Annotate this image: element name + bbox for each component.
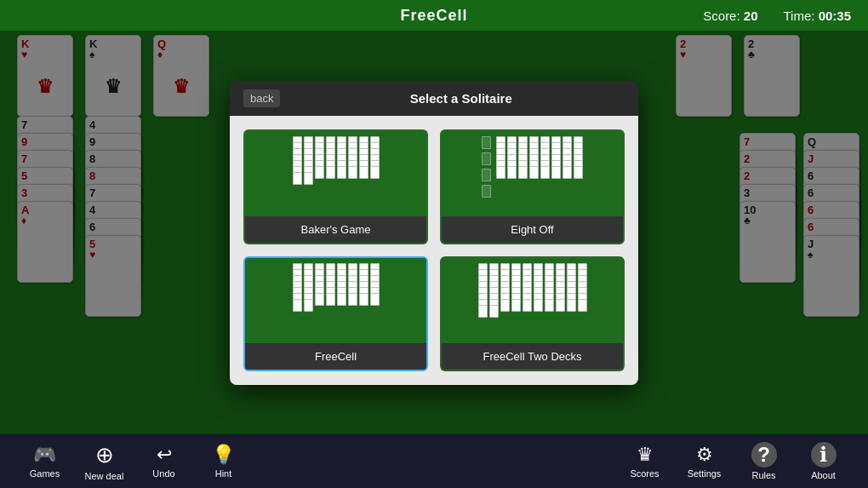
freecell-two-decks-preview — [442, 258, 623, 343]
settings-button[interactable]: ⚙ Settings — [677, 437, 732, 486]
about-label: About — [811, 470, 836, 480]
about-button[interactable]: ℹ About — [796, 437, 851, 486]
eight-off-preview — [442, 131, 623, 216]
settings-label: Settings — [688, 468, 722, 479]
rules-icon: ? — [751, 442, 777, 468]
select-solitaire-modal: back Select a Solitaire — [230, 81, 638, 385]
score-area: Score: 20 Time: 00:35 — [703, 9, 851, 23]
freecell-two-decks-label: FreeCell Two Decks — [442, 343, 623, 370]
undo-button[interactable]: ↩ Undo — [136, 437, 191, 486]
rules-label: Rules — [751, 470, 775, 480]
undo-label: Undo — [152, 468, 174, 479]
header: FreeCell Score: 20 Time: 00:35 — [0, 0, 868, 31]
bakers-game-label: Baker's Game — [245, 216, 426, 243]
modal-header: back Select a Solitaire — [230, 81, 638, 116]
back-button[interactable]: back — [243, 89, 280, 107]
app-title: FreeCell — [400, 7, 467, 25]
games-icon: 🎮 — [33, 444, 56, 466]
scores-label: Scores — [630, 468, 659, 479]
new-deal-label: New deal — [85, 471, 124, 481]
time-display: Time: 00:35 — [784, 9, 852, 23]
eight-off-option[interactable]: Eight Off — [440, 129, 625, 244]
toolbar-right: ♛ Scores ⚙ Settings ? Rules ℹ About — [617, 437, 851, 486]
new-deal-icon: ⊕ — [95, 442, 114, 468]
settings-icon: ⚙ — [696, 444, 713, 466]
hint-button[interactable]: 💡 Hint — [196, 437, 251, 486]
freecell-label: FreeCell — [245, 343, 426, 370]
scores-icon: ♛ — [637, 444, 654, 466]
hint-label: Hint — [215, 468, 232, 479]
hint-icon: 💡 — [212, 444, 235, 466]
undo-icon: ↩ — [157, 444, 172, 466]
freecell-option[interactable]: FreeCell — [243, 256, 428, 371]
freecell-two-decks-option[interactable]: FreeCell Two Decks — [440, 256, 625, 371]
games-button[interactable]: 🎮 Games — [17, 437, 72, 486]
bakers-game-option[interactable]: Baker's Game — [243, 129, 428, 244]
games-label: Games — [30, 468, 60, 479]
score-display: Score: 20 — [703, 9, 757, 23]
modal-body: Baker's Game — [230, 116, 638, 385]
about-icon: ℹ — [811, 442, 837, 468]
toolbar: 🎮 Games ⊕ New deal ↩ Undo 💡 Hint ♛ Score… — [0, 434, 868, 488]
eight-off-label: Eight Off — [442, 216, 623, 243]
new-deal-button[interactable]: ⊕ New deal — [77, 437, 132, 486]
modal-title: Select a Solitaire — [297, 91, 625, 106]
freecell-preview — [245, 258, 426, 343]
bakers-game-preview — [245, 131, 426, 216]
scores-button[interactable]: ♛ Scores — [617, 437, 672, 486]
toolbar-left: 🎮 Games ⊕ New deal ↩ Undo 💡 Hint — [17, 437, 251, 486]
rules-button[interactable]: ? Rules — [736, 437, 791, 486]
modal-overlay: back Select a Solitaire — [0, 31, 868, 434]
